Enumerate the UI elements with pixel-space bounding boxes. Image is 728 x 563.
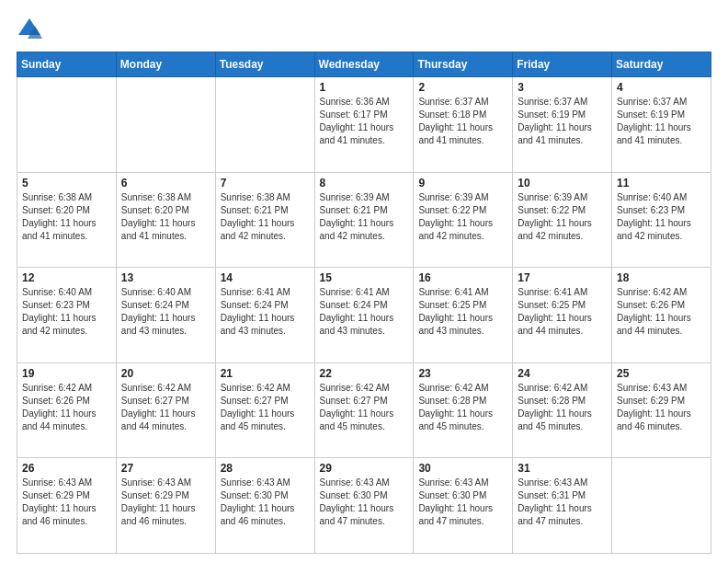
day-number: 25 xyxy=(617,367,706,380)
weekday-header-monday: Monday xyxy=(116,52,215,77)
calendar-cell: 12Sunrise: 6:40 AMSunset: 6:23 PMDayligh… xyxy=(17,268,117,363)
calendar-cell: 26Sunrise: 6:43 AMSunset: 6:29 PMDayligh… xyxy=(17,458,117,554)
weekday-header-thursday: Thursday xyxy=(414,52,513,77)
calendar-cell: 31Sunrise: 6:43 AMSunset: 6:31 PMDayligh… xyxy=(513,458,612,554)
calendar-cell: 20Sunrise: 6:42 AMSunset: 6:27 PMDayligh… xyxy=(116,362,215,458)
day-number: 16 xyxy=(418,271,507,284)
day-info: Sunrise: 6:38 AMSunset: 6:21 PMDaylight:… xyxy=(221,191,310,243)
day-info: Sunrise: 6:40 AMSunset: 6:23 PMDaylight:… xyxy=(617,191,706,243)
day-info: Sunrise: 6:41 AMSunset: 6:24 PMDaylight:… xyxy=(320,286,409,338)
day-number: 6 xyxy=(121,177,210,190)
day-info: Sunrise: 6:41 AMSunset: 6:24 PMDaylight:… xyxy=(221,286,310,338)
calendar-cell: 22Sunrise: 6:42 AMSunset: 6:27 PMDayligh… xyxy=(314,362,414,458)
calendar-body: 1Sunrise: 6:36 AMSunset: 6:17 PMDaylight… xyxy=(17,77,711,554)
day-info: Sunrise: 6:43 AMSunset: 6:30 PMDaylight:… xyxy=(418,477,507,528)
day-number: 30 xyxy=(418,462,507,475)
header xyxy=(17,17,711,42)
calendar-cell: 4Sunrise: 6:37 AMSunset: 6:19 PMDaylight… xyxy=(612,77,711,173)
calendar-week-1: 1Sunrise: 6:36 AMSunset: 6:17 PMDaylight… xyxy=(17,77,711,173)
day-info: Sunrise: 6:41 AMSunset: 6:25 PMDaylight:… xyxy=(418,286,507,338)
day-info: Sunrise: 6:37 AMSunset: 6:18 PMDaylight:… xyxy=(418,96,507,147)
day-info: Sunrise: 6:36 AMSunset: 6:17 PMDaylight:… xyxy=(320,96,409,147)
weekday-header-tuesday: Tuesday xyxy=(215,52,314,77)
calendar-cell: 7Sunrise: 6:38 AMSunset: 6:21 PMDaylight… xyxy=(215,172,314,268)
day-info: Sunrise: 6:42 AMSunset: 6:26 PMDaylight:… xyxy=(617,286,706,338)
calendar-cell: 8Sunrise: 6:39 AMSunset: 6:21 PMDaylight… xyxy=(314,172,414,268)
calendar-cell: 9Sunrise: 6:39 AMSunset: 6:22 PMDaylight… xyxy=(414,172,513,268)
calendar-week-4: 19Sunrise: 6:42 AMSunset: 6:26 PMDayligh… xyxy=(17,362,711,458)
weekday-header-friday: Friday xyxy=(513,52,612,77)
day-info: Sunrise: 6:40 AMSunset: 6:23 PMDaylight:… xyxy=(22,286,111,338)
calendar-cell: 10Sunrise: 6:39 AMSunset: 6:22 PMDayligh… xyxy=(513,172,612,268)
day-number: 26 xyxy=(22,462,111,475)
day-number: 9 xyxy=(418,177,507,190)
day-number: 3 xyxy=(518,81,607,94)
weekday-row: SundayMondayTuesdayWednesdayThursdayFrid… xyxy=(17,52,711,77)
calendar-cell: 5Sunrise: 6:38 AMSunset: 6:20 PMDaylight… xyxy=(17,172,117,268)
day-number: 27 xyxy=(121,462,210,475)
day-number: 8 xyxy=(320,177,409,190)
calendar-cell: 13Sunrise: 6:40 AMSunset: 6:24 PMDayligh… xyxy=(116,268,215,363)
day-info: Sunrise: 6:43 AMSunset: 6:29 PMDaylight:… xyxy=(22,477,111,528)
day-info: Sunrise: 6:43 AMSunset: 6:30 PMDaylight:… xyxy=(320,477,409,528)
calendar-cell: 1Sunrise: 6:36 AMSunset: 6:17 PMDaylight… xyxy=(314,77,414,173)
day-number: 2 xyxy=(418,81,507,94)
day-number: 1 xyxy=(320,81,409,94)
calendar-cell: 14Sunrise: 6:41 AMSunset: 6:24 PMDayligh… xyxy=(215,268,314,363)
calendar-cell xyxy=(17,77,117,173)
calendar-week-3: 12Sunrise: 6:40 AMSunset: 6:23 PMDayligh… xyxy=(17,268,711,363)
day-info: Sunrise: 6:37 AMSunset: 6:19 PMDaylight:… xyxy=(617,96,706,147)
day-info: Sunrise: 6:37 AMSunset: 6:19 PMDaylight:… xyxy=(518,96,607,147)
day-info: Sunrise: 6:43 AMSunset: 6:29 PMDaylight:… xyxy=(121,477,210,528)
calendar-cell: 11Sunrise: 6:40 AMSunset: 6:23 PMDayligh… xyxy=(612,172,711,268)
calendar-cell: 29Sunrise: 6:43 AMSunset: 6:30 PMDayligh… xyxy=(314,458,414,554)
calendar-cell: 19Sunrise: 6:42 AMSunset: 6:26 PMDayligh… xyxy=(17,362,117,458)
weekday-header-wednesday: Wednesday xyxy=(314,52,414,77)
day-number: 7 xyxy=(221,177,310,190)
day-info: Sunrise: 6:41 AMSunset: 6:25 PMDaylight:… xyxy=(518,286,607,338)
day-info: Sunrise: 6:40 AMSunset: 6:24 PMDaylight:… xyxy=(121,286,210,338)
calendar-cell xyxy=(612,458,711,554)
day-info: Sunrise: 6:42 AMSunset: 6:28 PMDaylight:… xyxy=(418,382,507,433)
day-number: 10 xyxy=(518,177,607,190)
day-number: 15 xyxy=(320,271,409,284)
day-info: Sunrise: 6:39 AMSunset: 6:21 PMDaylight:… xyxy=(320,191,409,243)
day-number: 4 xyxy=(617,81,706,94)
day-number: 11 xyxy=(617,177,706,190)
calendar-cell: 27Sunrise: 6:43 AMSunset: 6:29 PMDayligh… xyxy=(116,458,215,554)
day-info: Sunrise: 6:38 AMSunset: 6:20 PMDaylight:… xyxy=(22,191,111,243)
calendar-table: SundayMondayTuesdayWednesdayThursdayFrid… xyxy=(17,52,711,554)
day-number: 5 xyxy=(22,177,111,190)
day-number: 31 xyxy=(518,462,607,475)
weekday-header-saturday: Saturday xyxy=(612,52,711,77)
day-info: Sunrise: 6:42 AMSunset: 6:27 PMDaylight:… xyxy=(320,382,409,433)
day-number: 14 xyxy=(221,271,310,284)
calendar-cell: 23Sunrise: 6:42 AMSunset: 6:28 PMDayligh… xyxy=(414,362,513,458)
day-number: 21 xyxy=(221,367,310,380)
calendar-header: SundayMondayTuesdayWednesdayThursdayFrid… xyxy=(17,52,711,77)
day-number: 29 xyxy=(320,462,409,475)
calendar-cell: 21Sunrise: 6:42 AMSunset: 6:27 PMDayligh… xyxy=(215,362,314,458)
calendar-cell: 2Sunrise: 6:37 AMSunset: 6:18 PMDaylight… xyxy=(414,77,513,173)
calendar-week-5: 26Sunrise: 6:43 AMSunset: 6:29 PMDayligh… xyxy=(17,458,711,554)
day-info: Sunrise: 6:42 AMSunset: 6:28 PMDaylight:… xyxy=(518,382,607,433)
day-info: Sunrise: 6:43 AMSunset: 6:31 PMDaylight:… xyxy=(518,477,607,528)
day-number: 23 xyxy=(418,367,507,380)
day-info: Sunrise: 6:43 AMSunset: 6:29 PMDaylight:… xyxy=(617,382,706,433)
day-number: 19 xyxy=(22,367,111,380)
calendar-cell xyxy=(116,77,215,173)
day-number: 28 xyxy=(221,462,310,475)
logo xyxy=(17,17,46,42)
day-number: 18 xyxy=(617,271,706,284)
day-info: Sunrise: 6:39 AMSunset: 6:22 PMDaylight:… xyxy=(518,191,607,243)
calendar-cell: 25Sunrise: 6:43 AMSunset: 6:29 PMDayligh… xyxy=(612,362,711,458)
day-info: Sunrise: 6:39 AMSunset: 6:22 PMDaylight:… xyxy=(418,191,507,243)
day-number: 12 xyxy=(22,271,111,284)
calendar-cell xyxy=(215,77,314,173)
calendar-cell: 28Sunrise: 6:43 AMSunset: 6:30 PMDayligh… xyxy=(215,458,314,554)
day-number: 13 xyxy=(121,271,210,284)
calendar-cell: 18Sunrise: 6:42 AMSunset: 6:26 PMDayligh… xyxy=(612,268,711,363)
calendar-cell: 3Sunrise: 6:37 AMSunset: 6:19 PMDaylight… xyxy=(513,77,612,173)
logo-icon xyxy=(17,17,42,42)
day-info: Sunrise: 6:38 AMSunset: 6:20 PMDaylight:… xyxy=(121,191,210,243)
